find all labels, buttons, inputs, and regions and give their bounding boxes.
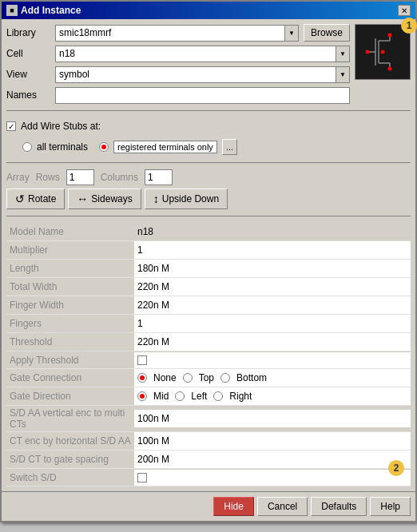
properties-section: Model Name n18 Multiplier 1 Length 180n … bbox=[6, 223, 411, 486]
finger-width-row: Finger Width 220n M bbox=[6, 296, 411, 315]
rows-label: Rows bbox=[36, 172, 60, 183]
registered-terminals-radio[interactable] bbox=[99, 142, 109, 152]
length-row: Length 180n M bbox=[6, 260, 411, 278]
sideways-icon: ↔ bbox=[77, 193, 88, 205]
wire-stubs-row: Add Wire Stubs at: bbox=[6, 117, 411, 135]
gate-connection-label: Gate Connection bbox=[6, 371, 134, 385]
apply-threshold-value bbox=[134, 352, 411, 368]
threshold-value[interactable]: 220n M bbox=[134, 333, 411, 351]
apply-threshold-checkbox[interactable] bbox=[137, 355, 147, 365]
sideways-label: Sideways bbox=[91, 193, 132, 204]
model-name-label: Model Name bbox=[6, 224, 134, 239]
main-content: Library smic18mmrf ▼ Browse Cell n18 ▼ bbox=[2, 19, 415, 491]
window-title: Add Instance bbox=[21, 5, 81, 16]
switch-sd-row: Switch S/D bbox=[6, 469, 411, 486]
apply-threshold-row: Apply Threshold bbox=[6, 351, 411, 369]
gate-mid-label: Mid bbox=[153, 389, 169, 403]
library-value: smic18mmrf bbox=[55, 25, 299, 42]
browse-button[interactable]: Browse bbox=[304, 24, 350, 42]
gate-left-radio[interactable] bbox=[175, 391, 185, 401]
upside-down-button[interactable]: ↕ Upside Down bbox=[145, 189, 228, 209]
close-button[interactable]: ✕ bbox=[398, 5, 411, 16]
badge-1: 1 bbox=[401, 18, 417, 34]
all-terminals-label: all terminals bbox=[37, 141, 88, 153]
names-label: Names bbox=[6, 89, 50, 101]
svg-point-8 bbox=[366, 50, 370, 54]
sd-aa-label: S/D AA vertical enc to multi CTs bbox=[6, 406, 134, 431]
sd-ct-label: S/D CT to gate spacing bbox=[6, 452, 134, 466]
defaults-button[interactable]: Defaults bbox=[311, 497, 367, 516]
cell-label: Cell bbox=[6, 48, 50, 59]
rows-input[interactable] bbox=[66, 169, 94, 185]
divider-3 bbox=[6, 216, 411, 216]
length-label: Length bbox=[6, 261, 134, 276]
gate-none-radio[interactable] bbox=[137, 373, 147, 383]
divider-2 bbox=[6, 162, 411, 163]
svg-point-7 bbox=[388, 34, 392, 38]
upside-down-label: Upside Down bbox=[162, 193, 219, 204]
gate-top-label: Top bbox=[199, 371, 214, 385]
library-label: Library bbox=[6, 27, 50, 38]
sd-aa-row: S/D AA vertical enc to multi CTs 100n M bbox=[6, 406, 411, 432]
apply-threshold-label: Apply Threshold bbox=[6, 353, 134, 367]
footer: Hide Cancel Defaults Help bbox=[2, 491, 415, 521]
badge-2: 2 bbox=[388, 460, 404, 476]
form-fields: Library smic18mmrf ▼ Browse Cell n18 ▼ bbox=[6, 24, 350, 104]
ct-enc-row: CT enc by horizontal S/D AA 100n M bbox=[6, 432, 411, 451]
wire-stubs-checkbox[interactable] bbox=[6, 121, 16, 131]
gate-direction-row: Gate Direction Mid Left Right bbox=[6, 387, 411, 406]
total-width-value[interactable]: 220n M bbox=[134, 278, 411, 296]
length-value[interactable]: 180n M bbox=[134, 260, 411, 277]
add-instance-window: ■ Add Instance ✕ Library smic18mmrf ▼ Br… bbox=[0, 0, 417, 522]
ellipsis-button[interactable]: ... bbox=[222, 139, 237, 155]
gate-right-radio[interactable] bbox=[213, 391, 223, 401]
multiplier-row: Multiplier 1 bbox=[6, 241, 411, 260]
all-terminals-radio[interactable] bbox=[22, 142, 32, 152]
sideways-button[interactable]: ↔ Sideways bbox=[68, 189, 141, 209]
sd-aa-value[interactable]: 100n M bbox=[134, 410, 411, 427]
total-width-row: Total Width 220n M bbox=[6, 278, 411, 296]
names-input[interactable] bbox=[55, 87, 350, 104]
switch-sd-checkbox[interactable] bbox=[137, 473, 147, 482]
multiplier-label: Multiplier bbox=[6, 243, 134, 257]
rotate-button[interactable]: ↺ Rotate bbox=[6, 189, 65, 209]
model-name-value: n18 bbox=[134, 223, 411, 240]
threshold-label: Threshold bbox=[6, 335, 134, 349]
finger-width-value[interactable]: 220n M bbox=[134, 296, 411, 314]
view-label: View bbox=[6, 69, 50, 80]
svg-point-9 bbox=[388, 67, 392, 71]
hide-button[interactable]: Hide bbox=[213, 497, 254, 516]
registered-terminals-button[interactable]: registered terminals only bbox=[113, 141, 217, 153]
fingers-row: Fingers 1 bbox=[6, 315, 411, 333]
fingers-value[interactable]: 1 bbox=[134, 315, 411, 332]
gate-bottom-radio[interactable] bbox=[220, 373, 230, 383]
wire-stubs-label: Add Wire Stubs at: bbox=[21, 121, 101, 132]
rotate-label: Rotate bbox=[28, 193, 56, 204]
ct-enc-value[interactable]: 100n M bbox=[134, 432, 411, 450]
sd-ct-value[interactable]: 200n M bbox=[134, 451, 411, 468]
gate-top-radio[interactable] bbox=[183, 373, 193, 383]
gate-mid-radio[interactable] bbox=[137, 391, 147, 401]
switch-sd-value bbox=[134, 470, 411, 486]
help-button[interactable]: Help bbox=[370, 497, 411, 516]
upside-down-icon: ↕ bbox=[153, 193, 159, 205]
switch-sd-label: Switch S/D bbox=[6, 470, 134, 485]
cancel-button[interactable]: Cancel bbox=[257, 497, 308, 516]
gate-none-label: None bbox=[153, 371, 177, 385]
columns-label: Columns bbox=[101, 172, 138, 183]
multiplier-value[interactable]: 1 bbox=[134, 241, 411, 259]
gate-connection-row: Gate Connection None Top Bottom bbox=[6, 369, 411, 387]
gate-direction-label: Gate Direction bbox=[6, 389, 134, 403]
preview-container: 1 bbox=[355, 24, 411, 104]
view-value: symbol bbox=[55, 66, 350, 83]
gate-right-label: Right bbox=[229, 389, 252, 403]
preview-box bbox=[355, 24, 411, 80]
window-icon: ■ bbox=[6, 5, 18, 16]
divider-1 bbox=[6, 110, 411, 111]
gate-connection-value: None Top Bottom bbox=[134, 369, 411, 387]
rotate-icon: ↺ bbox=[15, 193, 25, 205]
columns-input[interactable] bbox=[145, 169, 173, 185]
total-width-label: Total Width bbox=[6, 280, 134, 294]
threshold-row: Threshold 220n M bbox=[6, 333, 411, 351]
ct-enc-label: CT enc by horizontal S/D AA bbox=[6, 434, 134, 448]
